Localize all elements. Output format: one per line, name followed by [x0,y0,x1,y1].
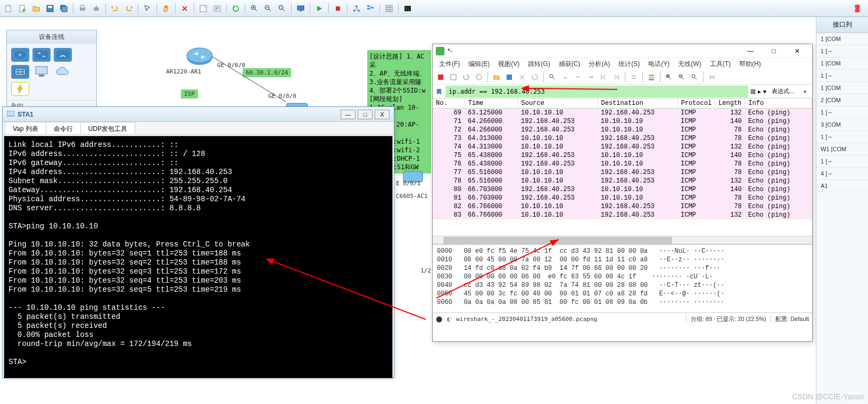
ws-clear-icon[interactable]: ⊠ [750,88,756,95]
ws-last-icon[interactable] [610,71,622,83]
ws-apply-icon[interactable]: ▸ [758,88,761,95]
ws-reload-icon[interactable] [529,71,541,83]
grid-icon[interactable] [383,2,395,15]
menu-analyze[interactable]: 分析(A) [585,59,613,70]
save-all-icon[interactable] [57,2,70,15]
sta-titlebar[interactable]: STA1 — □ X [3,107,394,122]
packet-row[interactable]: 8066.703000192.168.40.25310.10.10.10ICMP… [433,185,812,194]
zoom-fit-icon[interactable] [276,2,288,15]
packet-row[interactable]: 8166.703000192.168.40.25310.10.10.10ICMP… [433,194,812,202]
packet-row[interactable]: 7765.51600010.10.10.10192.168.40.253ICMP… [433,168,812,177]
packet-row[interactable]: 7665.438000192.168.40.25310.10.10.10ICMP… [433,160,812,168]
col-dst[interactable]: Destination [598,98,677,109]
packet-row[interactable]: 7865.51600010.10.10.10192.168.40.253ICMP… [433,177,812,185]
packet-row[interactable]: 7264.266000192.168.40.25310.10.10.10ICMP… [433,126,812,134]
ws-open-icon[interactable] [491,71,502,83]
packet-row[interactable]: 7364.31300010.10.10.10192.168.40.253ICMP… [433,134,812,143]
ws-save-icon[interactable] [503,71,515,83]
col-time[interactable]: Time [465,98,518,109]
ws-plus-button[interactable]: + [800,88,810,95]
col-no[interactable]: No. [433,98,465,109]
ws-hscrollbar[interactable] [433,236,812,244]
interface-item[interactable]: 1 [COM [816,82,868,94]
interface-item[interactable]: 1 [COM [816,33,868,45]
packet-row[interactable]: 8266.76600010.10.10.10192.168.40.253ICMP… [433,202,812,211]
redo-icon[interactable] [122,2,135,15]
new-icon[interactable] [2,2,15,15]
router-ar1[interactable] [186,46,213,66]
ws-status-expert-icon[interactable]: ⬤ [436,316,442,323]
close-button[interactable]: X [375,110,390,119]
lightning-device-icon[interactable] [11,82,29,96]
ws-autoscroll-icon[interactable] [628,71,640,83]
play-icon[interactable] [313,2,326,15]
col-proto[interactable]: Protocol [677,98,715,109]
menu-stats[interactable]: 统计(S) [615,59,643,70]
delete-icon[interactable] [178,2,191,15]
terminal-output[interactable]: Link local IPv6 address...........: :: I… [4,136,393,378]
packet-row[interactable]: 7164.266000192.168.40.25310.10.10.10ICMP… [433,117,812,126]
firewall-device-icon[interactable] [11,65,29,79]
menu-edit[interactable]: 编辑(E) [465,59,493,70]
cloud-device-icon[interactable] [54,65,72,79]
ws-bookmark-icon[interactable] [433,86,445,97]
print-icon[interactable] [76,2,89,15]
tab-vap[interactable]: Vap 列表 [5,122,46,134]
interface-item[interactable]: 3 [COM [816,119,868,131]
menu-file[interactable]: 文件(F) [436,59,463,70]
menu-view[interactable]: 视图(V) [495,59,523,70]
ws-goto-icon[interactable] [585,71,597,83]
ws-zoom1-icon[interactable] [689,71,700,83]
ws-stop-icon[interactable] [448,71,459,83]
hand-icon[interactable] [160,2,172,15]
ws-status-capture-icon[interactable]: ◐ [447,316,452,323]
interface-item[interactable]: 4 [↔ [816,168,868,180]
ws-restart-icon[interactable] [460,71,472,83]
menu-tel[interactable]: 电话(Y) [645,59,673,70]
interface-item[interactable]: 1 [↔ [816,155,868,168]
pc-device-icon[interactable] [32,65,51,79]
router-device-icon[interactable]: R [11,48,29,62]
ws-hex-view[interactable]: 0000 00 e0 fc f5 4e 75 4c 1f cc d3 43 92… [433,244,812,312]
packet-row[interactable]: 7464.31300010.10.10.10192.168.40.253ICMP… [433,143,812,151]
ws-start-icon[interactable] [435,71,447,83]
menu-capture[interactable]: 捕获(C) [556,59,584,70]
tab-udp[interactable]: UDP发包工具 [80,122,135,134]
col-info[interactable]: Info [745,98,812,109]
export-icon[interactable] [90,2,103,15]
wlan-device-icon[interactable] [54,48,72,62]
tab-cli[interactable]: 命令行 [46,122,81,134]
ws-maximize-button[interactable]: □ [762,45,786,57]
menu-wireless[interactable]: 无线(W) [675,59,704,70]
ws-status-profile[interactable]: 配置: Default [771,315,809,323]
zoom-out-icon[interactable] [262,2,275,15]
ws-packet-table[interactable]: No. Time Source Destination Protocol Len… [433,98,812,236]
menu-tools[interactable]: 工具(T) [707,59,734,70]
text-icon[interactable] [211,2,224,15]
packet-row[interactable]: 8366.76600010.10.10.10192.168.40.253ICMP… [433,211,812,219]
ws-options-icon[interactable] [473,71,485,83]
packet-row[interactable]: 6963.12500010.10.10.10192.168.40.253ICMP… [433,109,812,118]
properties-icon[interactable] [197,2,210,15]
undo-icon[interactable] [109,2,121,15]
menu-help[interactable]: 帮助(H) [736,59,764,70]
ws-next-icon[interactable] [572,71,584,83]
interface-item[interactable]: A1 [816,180,868,192]
ws-zoomin-icon[interactable] [663,71,675,83]
tree-icon[interactable] [364,2,377,15]
ws-expression-button[interactable]: 表达式… [768,87,798,95]
terminal-icon[interactable] [401,2,414,15]
ws-resize-icon[interactable] [706,71,718,83]
ws-close-icon[interactable] [516,71,528,83]
switch-device-icon[interactable] [32,48,51,62]
zoom-in-icon[interactable] [248,2,261,15]
interface-item[interactable]: 1 [↔ [816,106,868,119]
ws-close-button[interactable]: ✕ [786,45,809,57]
maximize-button[interactable]: □ [358,110,373,119]
interface-item[interactable]: W1 [COM [816,143,868,155]
ws-prev-icon[interactable] [559,71,571,83]
ws-colorize-icon[interactable] [646,71,657,83]
cursor-icon[interactable] [141,2,154,15]
interface-item[interactable]: 1 [↔ [816,45,868,57]
layout-icon[interactable] [350,2,363,15]
